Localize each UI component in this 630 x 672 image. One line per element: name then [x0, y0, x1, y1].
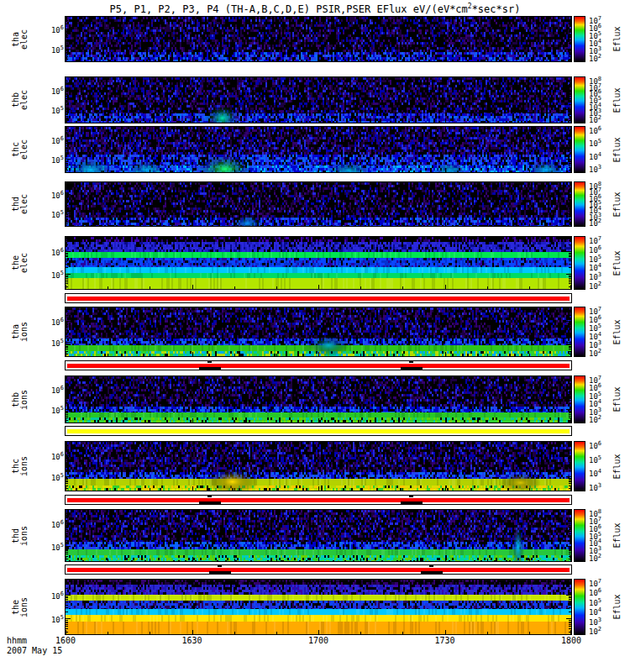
colorbar-title-tha-elec: Eflux — [610, 17, 623, 61]
flag-bar-1 — [65, 360, 572, 370]
tick-exponent: 2 — [598, 281, 601, 287]
colorbar-tick-label-thc-elec-1: 105 — [589, 138, 601, 148]
panel-label-text: theelec — [12, 253, 29, 273]
panel-label-text: thbions — [12, 389, 29, 409]
flag-bar-mark-below — [209, 571, 231, 574]
tick-exponent: 4 — [598, 538, 601, 544]
tick-base: 10 — [589, 554, 598, 563]
y-tick-label-thb-ions-1: 105 — [35, 405, 64, 415]
colorbar-tick-label-the-ions-1: 106 — [589, 587, 601, 597]
flag-bar-mark-below — [421, 571, 443, 574]
colorbar-tick-label-thc-ions-3: 103 — [589, 482, 601, 492]
panel-label-tha-ions: thaions — [7, 307, 34, 356]
tick-exponent: 7 — [598, 15, 601, 22]
colorbar-tick-label-the-ions-2: 105 — [589, 597, 601, 607]
y-tick-label-thc-elec-1: 105 — [35, 155, 64, 165]
tick-exponent: 6 — [60, 190, 64, 197]
colorbar-title-text: Eflux — [612, 87, 622, 113]
colorbar-title-tha-ions: Eflux — [610, 307, 623, 356]
colorbar-title-thc-ions: Eflux — [610, 442, 623, 491]
panel-label-tha-elec: thaelec — [7, 17, 34, 61]
tick-exponent: 5 — [598, 597, 601, 604]
y-tick-label-tha-ions-1: 105 — [35, 338, 64, 348]
tick-base: 10 — [589, 127, 598, 135]
colorbar-title-text: Eflux — [612, 319, 622, 344]
tick-exponent: 3 — [598, 271, 601, 278]
tick-base: 10 — [589, 456, 598, 465]
tick-base: 10 — [589, 116, 598, 124]
y-tick-label-tha-elec-0: 106 — [35, 24, 64, 34]
y-tick-label-the-elec-1: 105 — [35, 270, 64, 280]
tick-exponent: 6 — [598, 382, 601, 389]
x-tick-label-1630: 1630 — [181, 636, 202, 645]
tick-exponent: 5 — [598, 391, 601, 397]
panel-label-line: ions — [20, 389, 29, 409]
x-axis-format-label: hhmm — [7, 636, 27, 645]
colorbar-title-text: Eflux — [612, 137, 622, 162]
colorbar-thc-elec — [574, 126, 585, 173]
tick-base: 10 — [51, 407, 60, 415]
tick-base: 10 — [589, 219, 598, 228]
panel-label-line: ions — [20, 322, 29, 342]
tick-base: 10 — [51, 592, 60, 601]
tick-base: 10 — [589, 153, 598, 161]
tick-exponent: 2 — [598, 218, 601, 224]
tplot-figure: P5, P1, P2, P3, P4 (TH-A,B,C,D,E) PSIR,P… — [0, 0, 630, 672]
colorbar-tick-label-thc-elec-2: 104 — [589, 151, 601, 161]
panel-label-line: elec — [20, 90, 29, 110]
colorbar-tick-label-thc-elec-3: 103 — [589, 164, 601, 174]
tick-exponent: 4 — [598, 151, 601, 158]
flag-bar-stripe — [67, 498, 570, 502]
y-tick-label-thc-elec-0: 106 — [35, 135, 64, 145]
colorbar-thb-ions — [574, 375, 585, 423]
tick-exponent: 5 — [60, 405, 64, 412]
tick-exponent: 2 — [598, 348, 601, 354]
colorbar-tick-label-tha-elec-5: 102 — [589, 53, 601, 63]
y-tick-label-thd-elec-0: 106 — [35, 190, 64, 200]
tick-exponent: 4 — [598, 606, 601, 613]
tick-exponent: 4 — [598, 262, 601, 269]
y-tick-label-thb-elec-0: 106 — [35, 86, 64, 96]
tick-exponent: 3 — [598, 339, 601, 346]
panel-label-text: thdions — [12, 525, 29, 545]
tick-exponent: 6 — [598, 125, 601, 132]
tick-base: 10 — [589, 627, 598, 636]
colorbar-tick-label-the-ions-3: 104 — [589, 606, 601, 617]
panel-label-line: ions — [20, 456, 29, 476]
panel-label-line: ions — [20, 596, 29, 617]
panel-label-text: thcelec — [12, 139, 29, 160]
flag-bar-mark-below — [401, 501, 423, 504]
colorbar-tha-elec — [574, 16, 585, 62]
tick-exponent: 3 — [598, 482, 601, 489]
tick-base: 10 — [51, 386, 60, 395]
x-tick-label-1730: 1730 — [434, 636, 454, 645]
tick-base: 10 — [589, 484, 598, 492]
tick-exponent: 5 — [598, 323, 601, 329]
tick-exponent: 6 — [60, 135, 64, 142]
colorbar-tick-label-the-ions-4: 103 — [589, 617, 601, 627]
tick-exponent: 2 — [598, 414, 601, 421]
colorbar-tick-label-thb-ions-5: 102 — [589, 414, 601, 424]
tick-exponent: 5 — [60, 155, 64, 161]
tick-exponent: 5 — [60, 614, 64, 621]
tick-exponent: 7 — [598, 516, 601, 522]
tick-exponent: 5 — [598, 531, 601, 538]
flag-bar-mark-above — [207, 361, 212, 363]
tick-base: 10 — [589, 442, 598, 450]
y-tick-label-the-ions-1: 105 — [35, 614, 64, 624]
colorbar-thd-elec — [574, 181, 585, 227]
tick-base: 10 — [51, 192, 60, 200]
tick-exponent: 5 — [60, 209, 64, 216]
panel-label-text: theions — [12, 596, 29, 617]
x-tick-label-1600: 1600 — [55, 636, 76, 645]
plot-title-text-end: *sec*sr) — [472, 3, 521, 15]
colorbar-the-elec — [574, 236, 585, 290]
tick-base: 10 — [589, 470, 598, 478]
tick-exponent: 5 — [598, 138, 601, 144]
tick-exponent: 6 — [598, 587, 601, 594]
panel-label-line: elec — [20, 29, 29, 49]
tick-exponent: 7 — [598, 235, 601, 242]
panel-label-thc-elec: thcelec — [7, 127, 34, 172]
x-axis-date-label: 2007 May 15 — [7, 646, 62, 655]
tick-exponent: 6 — [60, 86, 64, 92]
